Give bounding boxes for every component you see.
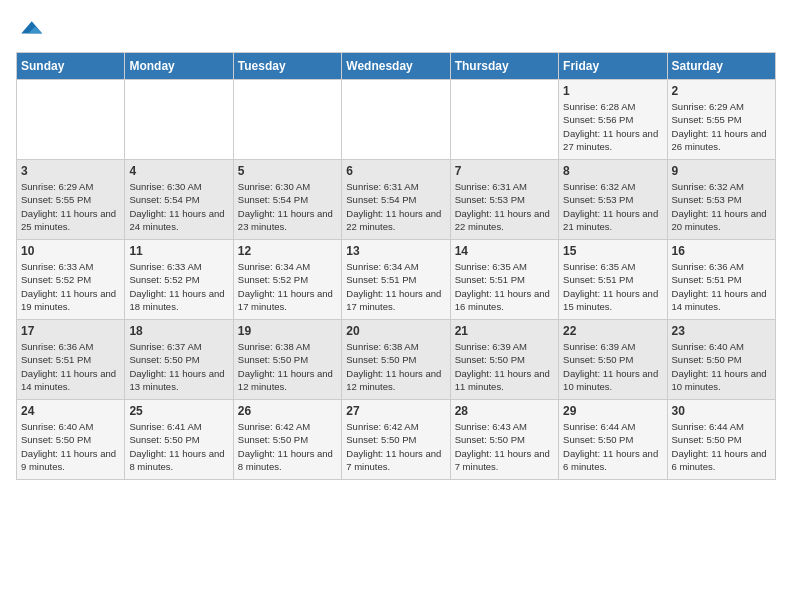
calendar-cell: 29Sunrise: 6:44 AMSunset: 5:50 PMDayligh… (559, 400, 667, 480)
calendar-table: SundayMondayTuesdayWednesdayThursdayFrid… (16, 52, 776, 480)
day-info: Sunrise: 6:40 AMSunset: 5:50 PMDaylight:… (21, 420, 120, 473)
calendar-cell (342, 80, 450, 160)
weekday-header-friday: Friday (559, 53, 667, 80)
day-number: 4 (129, 164, 228, 178)
calendar-cell: 21Sunrise: 6:39 AMSunset: 5:50 PMDayligh… (450, 320, 558, 400)
calendar-cell: 24Sunrise: 6:40 AMSunset: 5:50 PMDayligh… (17, 400, 125, 480)
day-number: 28 (455, 404, 554, 418)
day-info: Sunrise: 6:33 AMSunset: 5:52 PMDaylight:… (129, 260, 228, 313)
day-number: 18 (129, 324, 228, 338)
calendar-cell: 14Sunrise: 6:35 AMSunset: 5:51 PMDayligh… (450, 240, 558, 320)
calendar-cell: 26Sunrise: 6:42 AMSunset: 5:50 PMDayligh… (233, 400, 341, 480)
day-info: Sunrise: 6:42 AMSunset: 5:50 PMDaylight:… (238, 420, 337, 473)
weekday-header-saturday: Saturday (667, 53, 775, 80)
weekday-header-wednesday: Wednesday (342, 53, 450, 80)
day-number: 10 (21, 244, 120, 258)
day-info: Sunrise: 6:29 AMSunset: 5:55 PMDaylight:… (672, 100, 771, 153)
day-number: 24 (21, 404, 120, 418)
day-number: 21 (455, 324, 554, 338)
day-number: 5 (238, 164, 337, 178)
calendar-cell: 22Sunrise: 6:39 AMSunset: 5:50 PMDayligh… (559, 320, 667, 400)
calendar-cell: 5Sunrise: 6:30 AMSunset: 5:54 PMDaylight… (233, 160, 341, 240)
day-info: Sunrise: 6:31 AMSunset: 5:54 PMDaylight:… (346, 180, 445, 233)
day-info: Sunrise: 6:37 AMSunset: 5:50 PMDaylight:… (129, 340, 228, 393)
calendar-cell (450, 80, 558, 160)
day-number: 16 (672, 244, 771, 258)
day-info: Sunrise: 6:40 AMSunset: 5:50 PMDaylight:… (672, 340, 771, 393)
day-number: 23 (672, 324, 771, 338)
calendar-cell: 8Sunrise: 6:32 AMSunset: 5:53 PMDaylight… (559, 160, 667, 240)
day-info: Sunrise: 6:32 AMSunset: 5:53 PMDaylight:… (563, 180, 662, 233)
day-number: 22 (563, 324, 662, 338)
calendar-cell: 11Sunrise: 6:33 AMSunset: 5:52 PMDayligh… (125, 240, 233, 320)
calendar-cell: 28Sunrise: 6:43 AMSunset: 5:50 PMDayligh… (450, 400, 558, 480)
day-number: 1 (563, 84, 662, 98)
day-number: 26 (238, 404, 337, 418)
day-info: Sunrise: 6:34 AMSunset: 5:52 PMDaylight:… (238, 260, 337, 313)
calendar-cell: 10Sunrise: 6:33 AMSunset: 5:52 PMDayligh… (17, 240, 125, 320)
day-info: Sunrise: 6:29 AMSunset: 5:55 PMDaylight:… (21, 180, 120, 233)
calendar-week-row: 24Sunrise: 6:40 AMSunset: 5:50 PMDayligh… (17, 400, 776, 480)
calendar-cell: 23Sunrise: 6:40 AMSunset: 5:50 PMDayligh… (667, 320, 775, 400)
day-number: 29 (563, 404, 662, 418)
page-header (16, 16, 776, 44)
calendar-cell (233, 80, 341, 160)
day-number: 17 (21, 324, 120, 338)
calendar-week-row: 17Sunrise: 6:36 AMSunset: 5:51 PMDayligh… (17, 320, 776, 400)
weekday-header-thursday: Thursday (450, 53, 558, 80)
calendar-body: 1Sunrise: 6:28 AMSunset: 5:56 PMDaylight… (17, 80, 776, 480)
day-info: Sunrise: 6:28 AMSunset: 5:56 PMDaylight:… (563, 100, 662, 153)
calendar-cell: 6Sunrise: 6:31 AMSunset: 5:54 PMDaylight… (342, 160, 450, 240)
day-number: 11 (129, 244, 228, 258)
day-info: Sunrise: 6:44 AMSunset: 5:50 PMDaylight:… (672, 420, 771, 473)
day-info: Sunrise: 6:39 AMSunset: 5:50 PMDaylight:… (563, 340, 662, 393)
calendar-cell: 3Sunrise: 6:29 AMSunset: 5:55 PMDaylight… (17, 160, 125, 240)
day-number: 6 (346, 164, 445, 178)
day-info: Sunrise: 6:30 AMSunset: 5:54 PMDaylight:… (129, 180, 228, 233)
day-number: 13 (346, 244, 445, 258)
day-number: 19 (238, 324, 337, 338)
weekday-header-tuesday: Tuesday (233, 53, 341, 80)
calendar-cell: 1Sunrise: 6:28 AMSunset: 5:56 PMDaylight… (559, 80, 667, 160)
day-number: 15 (563, 244, 662, 258)
day-info: Sunrise: 6:33 AMSunset: 5:52 PMDaylight:… (21, 260, 120, 313)
calendar-cell: 9Sunrise: 6:32 AMSunset: 5:53 PMDaylight… (667, 160, 775, 240)
calendar-week-row: 3Sunrise: 6:29 AMSunset: 5:55 PMDaylight… (17, 160, 776, 240)
day-info: Sunrise: 6:31 AMSunset: 5:53 PMDaylight:… (455, 180, 554, 233)
day-number: 12 (238, 244, 337, 258)
day-info: Sunrise: 6:41 AMSunset: 5:50 PMDaylight:… (129, 420, 228, 473)
weekday-header-monday: Monday (125, 53, 233, 80)
calendar-cell: 13Sunrise: 6:34 AMSunset: 5:51 PMDayligh… (342, 240, 450, 320)
day-number: 2 (672, 84, 771, 98)
day-info: Sunrise: 6:44 AMSunset: 5:50 PMDaylight:… (563, 420, 662, 473)
calendar-cell: 19Sunrise: 6:38 AMSunset: 5:50 PMDayligh… (233, 320, 341, 400)
calendar-cell: 15Sunrise: 6:35 AMSunset: 5:51 PMDayligh… (559, 240, 667, 320)
day-number: 20 (346, 324, 445, 338)
weekday-header-sunday: Sunday (17, 53, 125, 80)
day-info: Sunrise: 6:32 AMSunset: 5:53 PMDaylight:… (672, 180, 771, 233)
day-number: 8 (563, 164, 662, 178)
day-info: Sunrise: 6:39 AMSunset: 5:50 PMDaylight:… (455, 340, 554, 393)
calendar-cell: 4Sunrise: 6:30 AMSunset: 5:54 PMDaylight… (125, 160, 233, 240)
calendar-cell: 25Sunrise: 6:41 AMSunset: 5:50 PMDayligh… (125, 400, 233, 480)
day-info: Sunrise: 6:35 AMSunset: 5:51 PMDaylight:… (455, 260, 554, 313)
day-info: Sunrise: 6:30 AMSunset: 5:54 PMDaylight:… (238, 180, 337, 233)
calendar-header-row: SundayMondayTuesdayWednesdayThursdayFrid… (17, 53, 776, 80)
day-number: 25 (129, 404, 228, 418)
day-info: Sunrise: 6:34 AMSunset: 5:51 PMDaylight:… (346, 260, 445, 313)
calendar-cell: 17Sunrise: 6:36 AMSunset: 5:51 PMDayligh… (17, 320, 125, 400)
calendar-cell: 18Sunrise: 6:37 AMSunset: 5:50 PMDayligh… (125, 320, 233, 400)
day-info: Sunrise: 6:38 AMSunset: 5:50 PMDaylight:… (346, 340, 445, 393)
calendar-cell: 16Sunrise: 6:36 AMSunset: 5:51 PMDayligh… (667, 240, 775, 320)
day-info: Sunrise: 6:42 AMSunset: 5:50 PMDaylight:… (346, 420, 445, 473)
day-info: Sunrise: 6:38 AMSunset: 5:50 PMDaylight:… (238, 340, 337, 393)
calendar-cell: 30Sunrise: 6:44 AMSunset: 5:50 PMDayligh… (667, 400, 775, 480)
day-info: Sunrise: 6:36 AMSunset: 5:51 PMDaylight:… (21, 340, 120, 393)
calendar-cell: 7Sunrise: 6:31 AMSunset: 5:53 PMDaylight… (450, 160, 558, 240)
day-info: Sunrise: 6:35 AMSunset: 5:51 PMDaylight:… (563, 260, 662, 313)
day-info: Sunrise: 6:36 AMSunset: 5:51 PMDaylight:… (672, 260, 771, 313)
day-number: 9 (672, 164, 771, 178)
calendar-week-row: 1Sunrise: 6:28 AMSunset: 5:56 PMDaylight… (17, 80, 776, 160)
calendar-cell: 12Sunrise: 6:34 AMSunset: 5:52 PMDayligh… (233, 240, 341, 320)
calendar-cell: 20Sunrise: 6:38 AMSunset: 5:50 PMDayligh… (342, 320, 450, 400)
